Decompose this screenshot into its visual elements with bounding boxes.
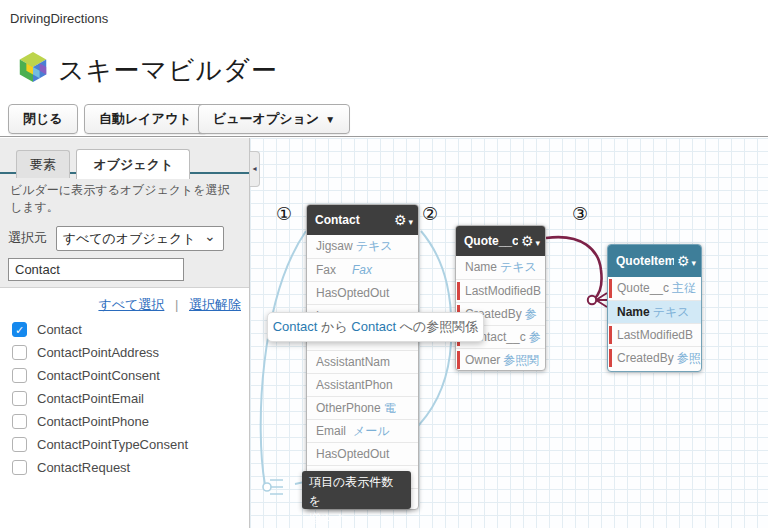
sidebar: 要素 オブジェクト ビルダーに表示するオブジェクトを選択します。 選択元 すべて… xyxy=(0,138,250,528)
entity-quote-header[interactable]: Quote__c ⚙▾ xyxy=(456,226,545,256)
entity-menu[interactable]: ⚙▾ xyxy=(391,205,413,235)
object-row[interactable]: ContactPointTypeConsent xyxy=(0,433,249,456)
checkbox-icon[interactable] xyxy=(12,460,27,475)
sidebar-collapse-handle[interactable]: ◂ xyxy=(250,151,260,187)
tab-elements[interactable]: 要素 xyxy=(16,150,70,178)
schema-builder-cube-icon xyxy=(16,50,50,84)
chevron-down-icon: ⌄ xyxy=(204,228,216,244)
object-label: ContactPointEmail xyxy=(37,391,144,406)
object-source-value: すべてのオブジェクト xyxy=(63,231,196,246)
field-row-required[interactable]: LastModifiedB xyxy=(608,323,701,346)
entity-title: Quote__c xyxy=(464,234,519,248)
caret-down-icon: ▾ xyxy=(535,238,540,248)
object-row[interactable]: ContactPointEmail xyxy=(0,387,249,410)
select-source-label: 選択元 xyxy=(8,230,47,245)
schema-canvas[interactable]: ◂ ① ② ③ Contact ⚙▾ Jigsawテキス FaxFax xyxy=(250,138,768,528)
object-search-input[interactable] xyxy=(8,258,184,281)
field-row-required[interactable]: CreatedBy参照 xyxy=(608,346,701,369)
gear-icon: ⚙ xyxy=(677,253,690,269)
field-row-required[interactable]: Owner参照関 xyxy=(456,348,545,371)
field-row[interactable]: HasOptedOut xyxy=(307,442,418,465)
sidebar-tabbar: 要素 オブジェクト xyxy=(0,138,249,174)
close-button[interactable]: 閉じる xyxy=(8,104,78,134)
object-row[interactable]: ContactPointPhone xyxy=(0,410,249,433)
entity-contact[interactable]: Contact ⚙▾ Jigsawテキス FaxFax HasOptedOut … xyxy=(306,204,419,510)
caret-down-icon: ▾ xyxy=(691,258,696,268)
field-row[interactable]: AssistantPhon xyxy=(307,373,418,396)
breadcrumb: DrivingDirections xyxy=(10,11,108,26)
master-detail-line xyxy=(546,237,602,299)
gear-icon: ⚙ xyxy=(394,212,407,228)
field-row[interactable]: FaxFax xyxy=(307,258,418,281)
object-label: ContactPointAddress xyxy=(37,345,159,360)
object-row[interactable]: ContactPointConsent xyxy=(0,364,249,387)
lookup-endpoint-circle xyxy=(263,483,271,491)
entity-quoteitem-fields: Quote__c主従 Nameテキス LastModifiedB Created… xyxy=(608,277,701,369)
deselect-link[interactable]: 選択解除 xyxy=(189,297,241,312)
field-row-required[interactable]: LastModifiedB xyxy=(456,279,545,302)
entity-contact-fields: Jigsawテキス FaxFax HasOptedOut Languages A… xyxy=(307,235,418,511)
entity-quote[interactable]: Quote__c ⚙▾ Nameテキス LastModifiedB Create… xyxy=(455,225,546,371)
annotation-marker-1: ① xyxy=(276,203,292,225)
collapse-arrow-icon: ◂ xyxy=(252,164,256,173)
page-title: スキーマビルダー xyxy=(58,53,278,88)
field-count-tooltip: 項目の表示件数を 増やす xyxy=(302,471,411,509)
field-row[interactable]: Nameテキス xyxy=(456,256,545,279)
view-options-button[interactable]: ビューオプション▼ xyxy=(198,104,350,134)
checkbox-icon[interactable] xyxy=(12,414,27,429)
selection-links: すべて選択 | 選択解除 xyxy=(98,296,241,314)
field-row[interactable]: HasOptedOut xyxy=(307,281,418,304)
field-row[interactable]: OtherPhone電 xyxy=(307,396,418,419)
annotation-marker-2: ② xyxy=(422,203,438,225)
field-row-highlighted[interactable]: Nameテキス xyxy=(608,300,701,323)
entity-quoteitem-header[interactable]: QuoteItem__c ⚙▾ xyxy=(608,245,701,277)
tab-objects[interactable]: オブジェクト xyxy=(76,149,190,179)
entity-title: Contact xyxy=(315,213,360,227)
field-row[interactable]: Jigsawテキス xyxy=(307,235,418,258)
object-label: Contact xyxy=(37,322,82,337)
checkbox-icon[interactable] xyxy=(12,345,27,360)
field-row[interactable]: AssistantNam xyxy=(307,350,418,373)
annotation-marker-3: ③ xyxy=(572,203,588,225)
object-list: ✓ Contact ContactPointAddress ContactPoi… xyxy=(0,318,249,479)
lookup-line-left xyxy=(261,231,306,485)
link-separator: | xyxy=(175,297,178,312)
object-row[interactable]: ContactPointAddress xyxy=(0,341,249,364)
entity-menu[interactable]: ⚙▾ xyxy=(674,245,696,277)
object-label: ContactPointPhone xyxy=(37,414,149,429)
caret-down-icon: ▾ xyxy=(408,217,413,227)
header: DrivingDirections スキーマビルダー 閉じる 自動レイアウト ビ… xyxy=(0,0,768,137)
caret-down-icon: ▼ xyxy=(325,114,335,125)
auto-layout-button[interactable]: 自動レイアウト xyxy=(84,104,207,134)
view-options-label: ビューオプション xyxy=(213,111,319,126)
checkbox-icon[interactable] xyxy=(12,437,27,452)
master-detail-endpoint-circle xyxy=(588,296,596,304)
object-row-contact[interactable]: ✓ Contact xyxy=(0,318,249,341)
gear-icon: ⚙ xyxy=(521,233,534,249)
checkbox-icon[interactable] xyxy=(12,391,27,406)
object-label: ContactPointConsent xyxy=(37,368,160,383)
reference-tooltip: Contact から Contact への参照関係 xyxy=(267,312,484,342)
schema-builder-page: DrivingDirections スキーマビルダー 閉じる 自動レイアウト ビ… xyxy=(0,0,768,528)
field-row[interactable]: Emailメール xyxy=(307,419,418,442)
entity-menu[interactable]: ⚙▾ xyxy=(518,226,540,256)
sidebar-description: ビルダーに表示するオブジェクトを選択します。 xyxy=(0,174,249,221)
checkbox-icon[interactable] xyxy=(12,368,27,383)
object-label: ContactPointTypeConsent xyxy=(37,437,188,452)
sidebar-filter-panel: 要素 オブジェクト ビルダーに表示するオブジェクトを選択します。 選択元 すべて… xyxy=(0,138,249,288)
checkbox-checked-icon[interactable]: ✓ xyxy=(12,322,27,337)
object-row[interactable]: ContactRequest xyxy=(0,456,249,479)
entity-contact-header[interactable]: Contact ⚙▾ xyxy=(307,205,418,235)
object-source-select[interactable]: すべてのオブジェクト ⌄ xyxy=(56,226,224,251)
object-label: ContactRequest xyxy=(37,460,130,475)
field-row-required[interactable]: Quote__c主従 xyxy=(608,277,701,300)
select-all-link[interactable]: すべて選択 xyxy=(98,297,164,312)
entity-quoteitem[interactable]: QuoteItem__c ⚙▾ Quote__c主従 Nameテキス LastM… xyxy=(607,244,702,372)
crowfoot-left xyxy=(270,480,283,494)
